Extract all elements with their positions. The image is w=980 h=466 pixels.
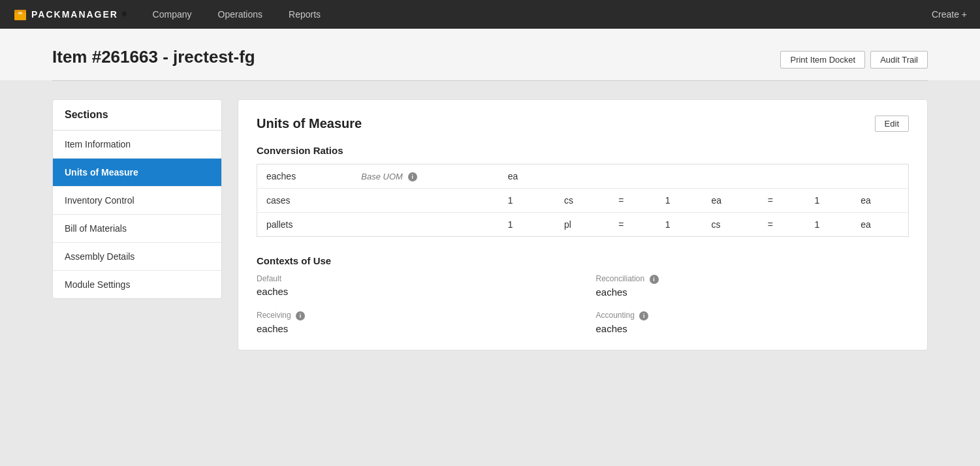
audit-trail-button[interactable]: Audit Trail [870,51,928,69]
accounting-info-icon: i [639,311,648,320]
qty1: 1 [499,189,555,213]
qty3: 1 [805,213,851,237]
reconciliation-info-icon: i [650,275,659,284]
base-uom-cell: Base UOM i [352,164,499,189]
context-reconciliation-value: eaches [596,287,909,298]
main-content: Sections Item Information Units of Measu… [0,81,980,369]
eq1: = [609,189,656,213]
base-uom-label: Base UOM [361,172,403,181]
contexts-of-use-title: Contexts of Use [257,255,909,266]
sidebar-item-units-of-measure[interactable]: Units of Measure [53,159,221,187]
spacer [703,164,759,189]
nav-company[interactable]: Company [153,9,192,20]
uom-abbr: ea [499,164,555,189]
uom-name: cases [257,189,353,213]
spacer [352,189,499,213]
spacer [352,213,499,237]
context-accounting: Accounting i eaches [596,311,909,334]
qty3: 1 [805,189,851,213]
print-item-docket-button[interactable]: Print Item Docket [780,51,865,69]
spacer [759,164,806,189]
main-panel: Units of Measure Edit Conversion Ratios … [238,99,928,350]
qty2: 1 [656,189,703,213]
context-default-value: eaches [257,286,570,297]
uom-name: eaches [257,164,353,189]
base-uom-info-icon: i [408,172,417,181]
table-row: pallets 1 pl = 1 cs = 1 ea [257,213,909,237]
qty2: 1 [656,213,703,237]
abbr2: ea [703,189,759,213]
sidebar-item-item-information[interactable]: Item Information [53,131,221,159]
brand-name: PACKMANAGER [31,9,118,20]
nav-reports[interactable]: Reports [289,9,321,20]
context-default: Default eaches [257,274,570,298]
conversion-ratios-title: Conversion Ratios [257,145,909,156]
qty1: 1 [499,213,555,237]
table-row: cases 1 cs = 1 ea = 1 ea [257,189,909,213]
context-receiving: Receiving i eaches [257,311,570,334]
conversion-ratios-table: eaches Base UOM i ea cases [257,164,909,237]
page-header: Item #261663 - jrectest-fg Print Item Do… [0,29,980,80]
spacer [805,164,851,189]
sidebar-item-inventory-control[interactable]: Inventory Control [53,187,221,215]
nav-operations[interactable]: Operations [218,9,262,20]
header-actions: Print Item Docket Audit Trail [780,51,928,69]
abbr3: ea [851,213,908,237]
abbr1: cs [555,189,609,213]
context-reconciliation-label: Reconciliation i [596,274,909,284]
spacer [555,164,609,189]
sidebar-item-assembly-details[interactable]: Assembly Details [53,243,221,271]
svg-rect-2 [18,12,22,14]
spacer [656,164,703,189]
abbr2: cs [703,213,759,237]
sidebar-item-bill-of-materials[interactable]: Bill of Materials [53,215,221,243]
abbr1: pl [555,213,609,237]
context-accounting-label: Accounting i [596,311,909,320]
eq2: = [759,213,806,237]
edit-button[interactable]: Edit [875,116,909,132]
spacer [609,164,656,189]
eq1: = [609,213,656,237]
brand[interactable]: PACKMANAGER® [13,7,127,22]
brand-reg: ® [122,11,127,18]
navbar-nav: Company Operations Reports [153,9,932,20]
context-default-label: Default [257,274,570,283]
uom-name: pallets [257,213,353,237]
eq2: = [759,189,806,213]
abbr3: ea [851,189,908,213]
create-button[interactable]: Create + [932,9,967,20]
sidebar: Sections Item Information Units of Measu… [52,99,222,299]
table-row: eaches Base UOM i ea [257,164,909,189]
context-receiving-value: eaches [257,323,570,334]
brand-icon [13,7,27,22]
context-reconciliation: Reconciliation i eaches [596,274,909,298]
receiving-info-icon: i [296,311,305,320]
page-title: Item #261663 - jrectest-fg [52,47,255,67]
context-accounting-value: eaches [596,323,909,334]
sidebar-item-module-settings[interactable]: Module Settings [53,271,221,298]
navbar: PACKMANAGER® Company Operations Reports … [0,0,980,29]
sidebar-header: Sections [53,100,221,131]
panel-header: Units of Measure Edit [257,116,909,132]
panel-title: Units of Measure [257,116,362,131]
contexts-grid: Default eaches Reconciliation i eaches R… [257,274,909,334]
context-receiving-label: Receiving i [257,311,570,320]
